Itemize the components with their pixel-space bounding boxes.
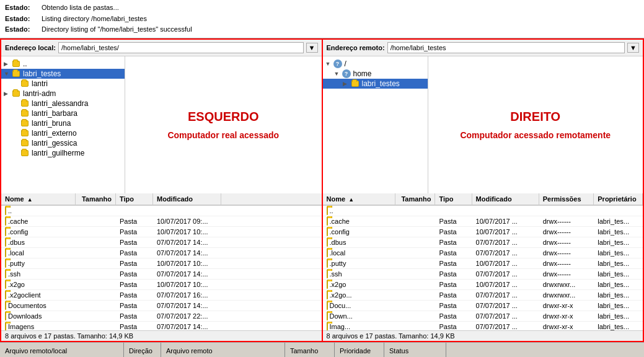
folder-icon bbox=[20, 119, 30, 128]
file-perms-cell: drwxrwxr... bbox=[539, 290, 594, 300]
tree-item[interactable]: lantri_guilherme bbox=[1, 148, 125, 158]
table-row[interactable]: Docu...Pasta07/07/2017 ...drwxr-xr-xlabr… bbox=[323, 301, 643, 311]
table-row[interactable]: .puttyPasta10/07/2017 10:... bbox=[1, 258, 322, 269]
table-row[interactable]: .x2goclientPasta07/07/2017 16:... bbox=[1, 290, 322, 301]
file-modified-cell: 10/07/2017 ... bbox=[472, 216, 539, 226]
tree-item[interactable]: lantri_barbara bbox=[1, 108, 125, 118]
left-col-size[interactable]: Tamanho bbox=[76, 193, 116, 205]
file-modified-cell: 07/07/2017 16:... bbox=[153, 290, 221, 300]
file-type-cell: Pasta bbox=[116, 227, 153, 237]
folder-small-icon bbox=[327, 270, 328, 278]
tree-item[interactable]: ▼?/ bbox=[323, 59, 428, 69]
file-modified-cell: 07/07/2017 14:... bbox=[153, 237, 221, 247]
file-name-cell: Documentos bbox=[1, 301, 76, 311]
file-name-cell: .cache bbox=[1, 216, 76, 226]
file-owner-cell: labri_tes... bbox=[594, 269, 643, 279]
table-row[interactable]: .x2goPasta10/07/2017 ...drwxrwxr...labri… bbox=[323, 280, 643, 290]
tree-item[interactable]: ▶labri_testes bbox=[323, 79, 428, 89]
table-row[interactable]: .cachePasta10/07/2017 09:... bbox=[1, 216, 322, 227]
tree-item[interactable]: ▶lantri-adm bbox=[1, 89, 125, 99]
left-col-mod[interactable]: Modificado bbox=[153, 193, 221, 205]
file-type-cell: Pasta bbox=[435, 311, 472, 321]
right-col-owner[interactable]: Proprietário bbox=[594, 193, 643, 205]
right-col-type[interactable]: Tipo bbox=[435, 193, 472, 205]
left-col-type[interactable]: Tipo bbox=[116, 193, 153, 205]
folder-icon bbox=[20, 79, 30, 88]
left-table-header: Nome ▲ Tamanho Tipo Modificado bbox=[1, 193, 322, 206]
tree-arrow-icon[interactable]: ▶ bbox=[4, 90, 11, 97]
tree-item[interactable]: lantri_bruna bbox=[1, 118, 125, 128]
right-pane-content: ▼?/▼?home▶labri_testes DIREITO Computado… bbox=[323, 56, 643, 193]
file-modified-cell: 07/07/2017 ... bbox=[472, 248, 539, 258]
right-address-input[interactable] bbox=[387, 42, 625, 53]
file-modified-cell bbox=[153, 209, 221, 212]
file-modified-cell: 10/07/2017 ... bbox=[472, 258, 539, 268]
tree-arrow-icon[interactable]: ▼ bbox=[334, 71, 342, 77]
tree-item[interactable]: ▼?home bbox=[323, 69, 428, 79]
file-name-cell: .x2goclient bbox=[1, 290, 76, 300]
left-col-name[interactable]: Nome ▲ bbox=[1, 193, 76, 205]
table-row[interactable]: Down...Pasta07/07/2017 ...drwxr-xr-xlabr… bbox=[323, 311, 643, 322]
right-col-perm[interactable]: Permissões bbox=[539, 193, 594, 205]
table-row[interactable]: .configPasta10/07/2017 10:... bbox=[1, 227, 322, 237]
table-row[interactable]: DocumentosPasta07/07/2017 14:... bbox=[1, 301, 322, 311]
tree-item[interactable]: lantri bbox=[1, 79, 125, 89]
left-address-bar: Endereço local: ▼ bbox=[1, 40, 322, 56]
tree-arrow-icon[interactable]: ▼ bbox=[325, 61, 333, 67]
table-row[interactable]: .dbusPasta07/07/2017 14:... bbox=[1, 237, 322, 248]
left-address-dropdown[interactable]: ▼ bbox=[306, 43, 318, 53]
right-col-size[interactable]: Tamanho bbox=[395, 193, 435, 205]
right-footer: 8 arquivos e 17 pastas. Tamanho: 14,9 KB bbox=[323, 330, 643, 341]
tree-item-label: home bbox=[353, 69, 372, 78]
right-label-panel: DIREITO Computador acessado remotamente bbox=[428, 56, 643, 193]
table-row[interactable]: .sshPasta07/07/2017 14:... bbox=[1, 269, 322, 280]
tree-item[interactable]: ▶.. bbox=[1, 59, 125, 69]
right-col-name[interactable]: Nome ▲ bbox=[323, 193, 396, 205]
table-row[interactable]: .. bbox=[1, 206, 322, 216]
folder-small-icon bbox=[327, 323, 328, 330]
tree-item[interactable]: lantri_gessica bbox=[1, 138, 125, 148]
table-row[interactable]: .puttyPasta10/07/2017 ...drwx------labri… bbox=[323, 258, 643, 269]
file-name-cell: .local bbox=[1, 248, 76, 258]
file-modified-cell: 07/07/2017 14:... bbox=[153, 269, 221, 279]
tree-arrow-icon[interactable]: ▶ bbox=[343, 81, 350, 87]
table-row[interactable]: DownloadsPasta07/07/2017 22:... bbox=[1, 311, 322, 322]
tree-item-label: lantri-adm bbox=[23, 89, 56, 98]
file-type-cell: Pasta bbox=[116, 290, 153, 300]
folder-small-icon bbox=[5, 281, 6, 288]
folder-small-icon bbox=[5, 218, 6, 225]
right-col-mod[interactable]: Modificado bbox=[472, 193, 539, 205]
folder-icon bbox=[20, 129, 30, 138]
file-type-cell bbox=[435, 209, 472, 212]
tree-item-label: .. bbox=[23, 60, 27, 68]
status-label-3: Estado: bbox=[5, 24, 39, 35]
table-row[interactable]: .dbusPasta07/07/2017 ...drwx------labri_… bbox=[323, 237, 643, 248]
tree-item[interactable]: lantri_alessandra bbox=[1, 99, 125, 108]
tree-arrow-icon[interactable]: ▼ bbox=[4, 71, 11, 77]
right-address-dropdown[interactable]: ▼ bbox=[627, 43, 639, 53]
tree-arrow-icon[interactable]: ▶ bbox=[4, 61, 11, 67]
table-row[interactable]: .configPasta10/07/2017 ...drwx------labr… bbox=[323, 227, 643, 237]
table-row[interactable]: .localPasta07/07/2017 ...drwx------labri… bbox=[323, 248, 643, 258]
table-row[interactable]: .. bbox=[323, 206, 643, 216]
file-name-cell: Downloads bbox=[1, 311, 76, 321]
right-sort-arrow: ▲ bbox=[348, 196, 354, 203]
table-row[interactable]: .cachePasta10/07/2017 ...drwx------labri… bbox=[323, 216, 643, 227]
left-address-input[interactable] bbox=[58, 42, 304, 53]
table-row[interactable]: .x2goPasta10/07/2017 10:... bbox=[1, 280, 322, 290]
left-files-list: ...cachePasta10/07/2017 09:....configPas… bbox=[1, 206, 322, 330]
folder-icon bbox=[20, 149, 30, 157]
table-row[interactable]: ImagensPasta07/07/2017 14:... bbox=[1, 322, 322, 330]
status-line-3: Estado: Directory listing of "/home/labr… bbox=[5, 24, 639, 35]
table-row[interactable]: .sshPasta07/07/2017 ...drwx------labri_t… bbox=[323, 269, 643, 280]
status-label-2: Estado: bbox=[5, 14, 39, 25]
table-row[interactable]: .localPasta07/07/2017 14:... bbox=[1, 248, 322, 258]
table-row[interactable]: .x2go...Pasta07/07/2017 ...drwxrwxr...la… bbox=[323, 290, 643, 301]
left-pane-content: ▶..▼labri_testeslantri▶lantri-admlantri_… bbox=[1, 56, 322, 193]
tree-item[interactable]: lantri_externo bbox=[1, 128, 125, 138]
file-owner-cell: labri_tes... bbox=[594, 237, 643, 247]
file-type-cell: Pasta bbox=[116, 248, 153, 258]
file-name-cell: .x2go bbox=[323, 280, 396, 289]
table-row[interactable]: Imag...Pasta07/07/2017 ...drwxr-xr-xlabr… bbox=[323, 322, 643, 330]
tree-item[interactable]: ▼labri_testes bbox=[1, 69, 125, 79]
